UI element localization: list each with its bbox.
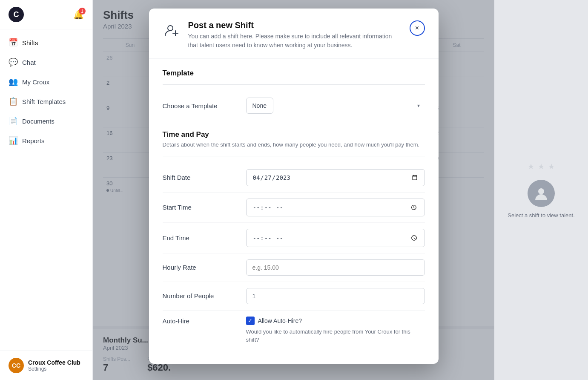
auto-hire-label: Auto-Hire bbox=[163, 317, 239, 325]
sidebar-item-chat[interactable]: 💬 Chat bbox=[0, 52, 92, 72]
mycroux-icon: 👥 bbox=[9, 77, 18, 86]
sidebar-item-reports[interactable]: 📊 Reports bbox=[0, 131, 92, 150]
auto-hire-checkbox-label: Allow Auto-Hire? bbox=[258, 317, 302, 324]
sidebar-item-documents[interactable]: 📄 Documents bbox=[0, 111, 92, 131]
auto-hire-row: Auto-Hire ✓ Allow Auto-Hire? Would you l… bbox=[163, 311, 425, 350]
modal-overlay: Post a new Shift You can add a shift her… bbox=[93, 0, 494, 380]
sidebar-item-label: My Croux bbox=[22, 78, 49, 86]
template-section-title: Template bbox=[163, 69, 425, 78]
modal-title: Post a new Shift bbox=[188, 20, 403, 30]
hourly-rate-label: Hourly Rate bbox=[163, 264, 239, 271]
num-people-row: Number of People bbox=[163, 282, 425, 311]
template-section: Template Choose a Template None ▾ bbox=[163, 69, 425, 120]
avatar: CC bbox=[9, 358, 24, 373]
sidebar-nav: 📅 Shifts 💬 Chat 👥 My Croux 📋 Shift Templ… bbox=[0, 29, 92, 351]
close-modal-button[interactable]: × bbox=[410, 20, 425, 36]
num-people-input[interactable] bbox=[246, 288, 425, 304]
post-shift-modal: Post a new Shift You can add a shift her… bbox=[149, 9, 439, 364]
modal-header: Post a new Shift You can add a shift her… bbox=[149, 9, 439, 59]
business-name: Croux Coffee Club bbox=[28, 359, 80, 366]
chat-icon: 💬 bbox=[9, 58, 18, 67]
star-icon: ★ bbox=[538, 162, 545, 171]
sidebar-item-label: Chat bbox=[22, 59, 36, 66]
auto-hire-content: ✓ Allow Auto-Hire? Would you like to aut… bbox=[246, 317, 425, 344]
modal-body: Template Choose a Template None ▾ bbox=[149, 69, 439, 364]
checkmark-icon: ✓ bbox=[248, 317, 252, 324]
shift-templates-icon: 📋 bbox=[9, 97, 18, 106]
talent-placeholder-icon bbox=[528, 180, 555, 207]
start-time-input[interactable] bbox=[246, 199, 425, 217]
notification-bell[interactable]: 🔔 1 bbox=[73, 9, 84, 20]
svg-point-3 bbox=[538, 188, 544, 194]
svg-point-0 bbox=[168, 26, 173, 31]
sidebar-item-label: Reports bbox=[22, 137, 45, 144]
hourly-rate-row: Hourly Rate bbox=[163, 253, 425, 282]
shift-date-row: Shift Date bbox=[163, 163, 425, 193]
sidebar: C 🔔 1 📅 Shifts 💬 Chat 👥 My Croux 📋 Shift… bbox=[0, 0, 93, 380]
documents-icon: 📄 bbox=[9, 116, 18, 126]
sidebar-item-label: Documents bbox=[22, 118, 54, 125]
sidebar-item-label: Shift Templates bbox=[22, 98, 66, 105]
auto-hire-description: Would you like to automatically hire peo… bbox=[246, 328, 425, 344]
divider bbox=[163, 156, 425, 156]
choose-template-label: Choose a Template bbox=[163, 102, 239, 109]
right-panel: ★ ★ ★ Select a shift to view talent. bbox=[494, 0, 588, 380]
footer-text: Croux Coffee Club Settings bbox=[28, 359, 80, 372]
time-pay-title: Time and Pay bbox=[163, 130, 425, 139]
modal-header-text: Post a new Shift You can add a shift her… bbox=[188, 20, 403, 50]
auto-hire-checkbox-row: ✓ Allow Auto-Hire? bbox=[246, 317, 425, 325]
reports-icon: 📊 bbox=[9, 136, 18, 145]
notification-badge: 1 bbox=[79, 8, 86, 14]
end-time-row: End Time bbox=[163, 223, 425, 253]
divider bbox=[163, 84, 425, 85]
time-pay-section: Time and Pay Details about when the shif… bbox=[163, 130, 425, 350]
sidebar-footer[interactable]: CC Croux Coffee Club Settings bbox=[0, 351, 92, 380]
sidebar-item-shift-templates[interactable]: 📋 Shift Templates bbox=[0, 92, 92, 111]
hourly-rate-input[interactable] bbox=[246, 259, 425, 276]
star-icon: ★ bbox=[548, 162, 555, 171]
time-pay-desc: Details about when the shift starts and … bbox=[163, 141, 425, 149]
shift-date-input[interactable] bbox=[246, 169, 425, 186]
talent-stars: ★ ★ ★ bbox=[528, 162, 555, 171]
template-select-wrapper: None ▾ bbox=[246, 98, 425, 114]
end-time-input[interactable] bbox=[246, 229, 425, 247]
chevron-down-icon: ▾ bbox=[417, 103, 420, 109]
star-icon: ★ bbox=[528, 162, 534, 171]
sidebar-item-shifts[interactable]: 📅 Shifts bbox=[0, 33, 92, 52]
sidebar-item-mycroux[interactable]: 👥 My Croux bbox=[0, 72, 92, 92]
num-people-label: Number of People bbox=[163, 292, 239, 299]
end-time-label: End Time bbox=[163, 234, 239, 242]
logo-icon: C bbox=[9, 7, 24, 22]
shifts-icon: 📅 bbox=[9, 38, 18, 47]
sidebar-logo-area: C 🔔 1 bbox=[0, 0, 92, 29]
shift-date-label: Shift Date bbox=[163, 174, 239, 181]
add-person-icon bbox=[163, 21, 181, 40]
choose-template-row: Choose a Template None ▾ bbox=[163, 92, 425, 120]
sidebar-item-label: Shifts bbox=[22, 39, 38, 46]
settings-label: Settings bbox=[28, 366, 80, 372]
modal-description: You can add a shift here. Please make su… bbox=[188, 32, 403, 50]
auto-hire-checkbox[interactable]: ✓ bbox=[246, 317, 255, 325]
template-select[interactable]: None bbox=[246, 98, 273, 114]
main-area: Shifts April 2023 Sun Mon Tue Wed Thu Fr… bbox=[93, 0, 494, 380]
start-time-label: Start Time bbox=[163, 204, 239, 211]
select-talent-text: Select a shift to view talent. bbox=[508, 212, 575, 219]
start-time-row: Start Time bbox=[163, 193, 425, 223]
